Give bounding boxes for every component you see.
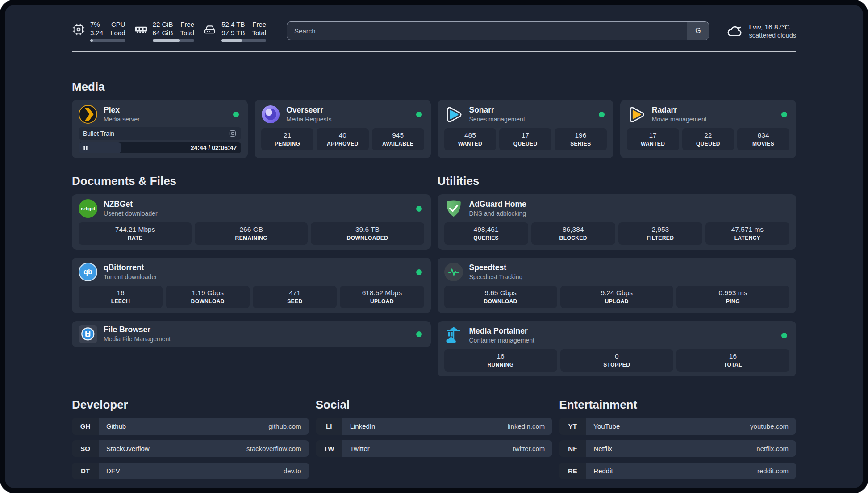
memory-total-value: 64 GiB [153, 29, 173, 37]
stat-value: 485 [446, 131, 495, 140]
memory-usage-bar [153, 39, 195, 42]
card-file-browser[interactable]: File Browser Media File Management [72, 321, 431, 347]
link-linkedin[interactable]: LI LinkedIn linkedin.com [316, 418, 553, 435]
playback-time: 24:44 / 02:06:47 [191, 144, 237, 151]
memory-total-label: Total [180, 29, 194, 37]
stat-tile: 196 SERIES [555, 128, 607, 150]
stat-value: 39.6 TB [313, 225, 422, 234]
stat-value: 0 [562, 352, 672, 361]
stat-label: TOTAL [678, 361, 788, 368]
card-adguard-home[interactable]: AdGuard Home DNS and adblocking 498,461 … [438, 194, 797, 250]
service-stats: 9.65 Gbps DOWNLOAD 9.24 Gbps UPLOAD 0.99… [444, 286, 790, 308]
bookmark-section: Entertainment YT YouTube youtube.com NF … [559, 398, 796, 479]
playback-progress-bar: 24:44 / 02:06:47 [79, 142, 241, 153]
memory-free-label: Free [180, 20, 194, 29]
card-overseerr[interactable]: Overseerr Media Requests 21 PENDING 40 A… [255, 100, 430, 158]
bookmark-abbr: LI [316, 418, 342, 435]
stat-value: 17 [629, 131, 677, 140]
bookmark-url: linkedin.com [508, 422, 545, 430]
card-qbittorrent[interactable]: qb qBittorrent Torrent downloader 16 LEE… [72, 258, 431, 313]
bookmark-body: Github github.com [99, 418, 309, 435]
weather-widget: Lviv, 16.87°C scattered clouds [726, 22, 796, 39]
stat-tile: 2,953 FILTERED [618, 222, 702, 245]
bookmark-section: Developer GH Github github.com SO StackO… [72, 398, 309, 479]
stat-tile: 16 RUNNING [444, 349, 557, 372]
bookmark-body: DEV dev.to [99, 463, 309, 479]
bookmark-abbr: TW [316, 440, 342, 457]
bookmark-body: StackOverflow stackoverflow.com [99, 440, 309, 457]
stat-value: 86,384 [533, 225, 613, 234]
stat-value: 744.21 Mbps [80, 225, 190, 234]
stat-label: STOPPED [562, 361, 672, 368]
storage-free-value: 52.4 TB [221, 20, 245, 29]
card-speedtest[interactable]: Speedtest Speedtest Tracking 9.65 Gbps D… [438, 258, 797, 313]
service-stats: 21 PENDING 40 APPROVED 945 AVAILABLE [261, 128, 424, 150]
link-twitter[interactable]: TW Twitter twitter.com [316, 440, 553, 457]
stat-tile: 618.52 Mbps UPLOAD [340, 286, 424, 308]
stat-label: RATE [80, 234, 190, 242]
weather-location-temp: Lviv, 16.87°C [749, 23, 796, 31]
cpu-usage-bar [90, 39, 125, 42]
service-stats: 485 WANTED 17 QUEUED 196 SERIES [444, 128, 607, 150]
stat-value: 16 [80, 288, 161, 297]
now-playing-title: Bullet Train [83, 130, 114, 137]
nzbget-icon: nzbget [79, 199, 97, 218]
link-stackoverflow[interactable]: SO StackOverflow stackoverflow.com [72, 440, 309, 457]
stat-value: 471 [255, 288, 335, 297]
bookmark-body: LinkedIn linkedin.com [342, 418, 553, 435]
stat-tile: 0.993 ms PING [676, 286, 789, 308]
storage-free-label: Free [252, 20, 266, 29]
search-input[interactable] [287, 22, 687, 40]
bookmark-name: Reddit [593, 467, 613, 475]
bookmark-name: Netflix [593, 445, 612, 452]
bookmark-url: stackoverflow.com [246, 445, 301, 452]
bookmark-url: twitter.com [513, 445, 545, 452]
card-media-portainer[interactable]: Media Portainer Container management 16 … [438, 321, 797, 376]
bookmark-url: youtube.com [750, 422, 789, 430]
media-source-icon [229, 130, 237, 138]
stat-tile: 744.21 Mbps RATE [79, 222, 192, 245]
service-stats: 498,461 QUERIES 86,384 BLOCKED 2,953 FIL… [444, 222, 790, 245]
pause-icon [83, 145, 88, 151]
stat-label: QUERIES [446, 234, 526, 242]
section-utilities: Utilities AdGuard Home DNS and adblockin… [438, 174, 797, 376]
stat-value: 9.65 Gbps [446, 288, 555, 297]
top-bar: 7% 3.24 CPU Load [72, 18, 796, 43]
stat-tile: 86,384 BLOCKED [531, 222, 615, 245]
link-reddit[interactable]: RE Reddit reddit.com [559, 463, 796, 479]
stat-label: UPLOAD [342, 298, 422, 305]
service-subtitle: Torrent downloader [104, 273, 157, 281]
section-title-developer: Developer [72, 398, 309, 411]
stat-label: APPROVED [318, 140, 367, 147]
now-playing-widget: Bullet Train 24:44 / 02:06:47 [79, 127, 241, 153]
stat-value: 47.571 ms [707, 225, 788, 234]
section-title-social: Social [316, 398, 553, 411]
ram-icon [134, 23, 148, 36]
storage-total-label: Total [252, 29, 266, 37]
bookmark-url: netflix.com [756, 445, 789, 452]
stat-value: 16 [678, 352, 788, 361]
search-provider-button[interactable]: G [687, 22, 709, 40]
stat-label: FILTERED [620, 234, 701, 242]
card-radarr[interactable]: Radarr Movie management 17 WANTED 22 QUE… [620, 100, 796, 158]
stat-label: RUNNING [446, 361, 555, 368]
stat-label: AVAILABLE [374, 140, 422, 147]
link-dev[interactable]: DT DEV dev.to [72, 463, 309, 479]
link-youtube[interactable]: YT YouTube youtube.com [559, 418, 796, 435]
media-cards-row: Plex Media server Bullet Train 24:44 / 0… [72, 100, 796, 158]
card-nzbget[interactable]: nzbget NZBGet Usenet downloader 744.21 M… [72, 194, 431, 250]
stat-tile: 266 GB REMAINING [195, 222, 308, 245]
card-sonarr[interactable]: Sonarr Series management 485 WANTED 17 Q… [438, 100, 613, 158]
link-github[interactable]: GH Github github.com [72, 418, 309, 435]
card-plex[interactable]: Plex Media server Bullet Train 24:44 / 0… [72, 100, 248, 158]
link-netflix[interactable]: NF Netflix netflix.com [559, 440, 796, 457]
service-subtitle: Series management [469, 116, 525, 123]
stat-value: 196 [556, 131, 605, 140]
service-subtitle: Movie management [652, 116, 707, 123]
stat-tile: 9.65 Gbps DOWNLOAD [444, 286, 557, 308]
bookmark-name: StackOverflow [106, 445, 150, 452]
plex-icon [79, 105, 97, 124]
now-playing-row: Bullet Train [79, 127, 241, 140]
stat-value: 0.993 ms [678, 288, 788, 297]
service-title: Plex [104, 105, 140, 115]
